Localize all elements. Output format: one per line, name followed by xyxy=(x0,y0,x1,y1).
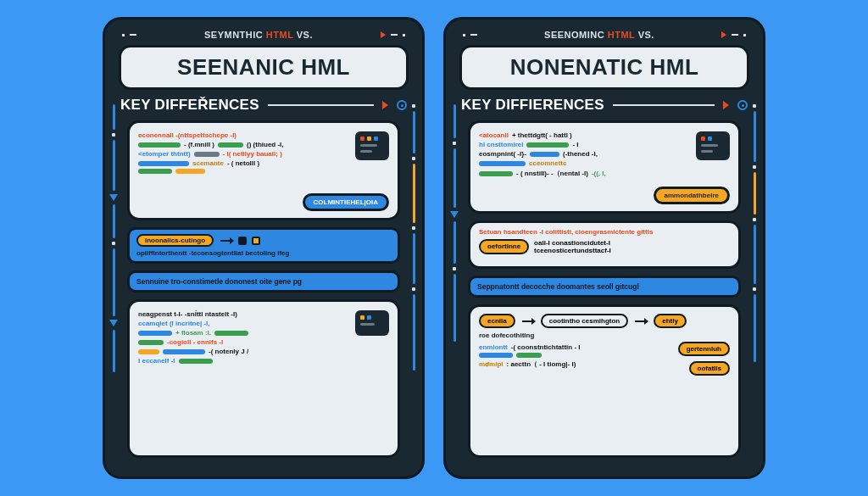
right-code-card-2: ecnila cootintho cesmihgton ehtly roe do… xyxy=(468,304,741,458)
left-code-card-2: neagpenst t-I- -snĺttl ntastelt -I) ccam… xyxy=(127,299,400,458)
chip[interactable]: ecnila xyxy=(479,314,515,328)
gear-icon xyxy=(397,100,407,110)
chip[interactable]: oefortinne xyxy=(479,239,529,254)
left-footbar-1: inoonallcs-cutingo opliffintorthentt -te… xyxy=(127,227,400,264)
gear-icon xyxy=(737,100,748,110)
left-deco-rail xyxy=(449,104,459,465)
right-deco-rail xyxy=(409,104,419,465)
right-tagline: SEENOMINC HTML VS. xyxy=(458,28,751,43)
play-icon xyxy=(382,101,388,109)
left-subtitle: KEY DIFFEŘENCES xyxy=(120,97,259,114)
chip[interactable]: ehtly xyxy=(654,314,687,328)
chip[interactable]: cootintho cesmihgton xyxy=(541,314,629,328)
chip[interactable]: gertennluh xyxy=(678,342,730,356)
left-footbar-2: Sennuine tro-constimetle dononest oite g… xyxy=(127,270,400,293)
left-panel: SEYMNTHIC HTML VS. SEENANIC HML KEY DIFF… xyxy=(103,17,425,479)
left-code-card-1: econennall -(nttspettschepe -I) - (f.mni… xyxy=(127,120,400,220)
right-mid-card: Setuan hsandteen -I colittisti, cioengra… xyxy=(468,220,741,269)
left-title: SEENANIC HML xyxy=(133,54,394,81)
right-title: NONENATIC HML xyxy=(474,54,735,81)
left-deco-rail xyxy=(108,104,119,465)
right-code-card-1: <atocanll+ thettdgtt( - hattl ) hI cnstt… xyxy=(468,120,741,214)
chip[interactable]: inoonallcs-cutingo xyxy=(136,234,214,247)
right-subtitle-row: KEY DIFFIERENCES xyxy=(458,97,751,120)
pill-button[interactable]: ammondathbelre xyxy=(654,187,730,204)
right-panel: SEENOMINC HTML VS. NONENATIC HML KEY DIF… xyxy=(443,17,765,479)
window-icon xyxy=(355,310,389,336)
window-icon xyxy=(696,131,730,160)
right-title-box: NONENATIC HML xyxy=(459,45,749,90)
left-subtitle-row: KEY DIFFEŘENCES xyxy=(117,97,410,120)
window-icon xyxy=(355,131,389,160)
right-subtitle: KEY DIFFIERENCES xyxy=(461,97,604,114)
right-deco-rail xyxy=(749,104,760,465)
pill-button[interactable]: COLMINTIEHEL|OIA xyxy=(303,193,389,211)
left-tagline: SEYMNTHIC HTML VS. xyxy=(117,28,410,43)
right-footbar: Seppnatontt decocche doomantes seoll git… xyxy=(468,276,741,298)
left-title-box: SEENANIC HML xyxy=(119,45,409,90)
play-icon xyxy=(723,101,729,109)
chip[interactable]: oofatlls xyxy=(689,361,730,376)
